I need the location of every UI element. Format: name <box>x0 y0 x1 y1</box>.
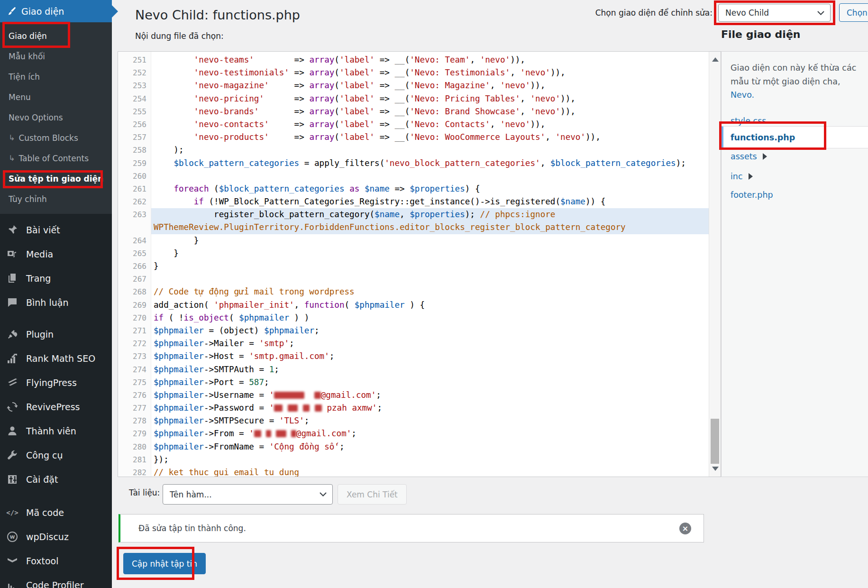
code-line[interactable]: 252 'nevo-testimonials' => array('label'… <box>118 66 721 79</box>
code-editor[interactable]: 251 'nevo-teams' => array('label' => __(… <box>118 51 721 477</box>
code-line[interactable]: 263 register_block_pattern_category($nam… <box>118 208 721 221</box>
sidebar-item-posts[interactable]: Bài viết <box>0 218 112 242</box>
sidebar-item-comments[interactable]: Bình luận <box>0 290 112 314</box>
dismiss-notice-icon[interactable]: × <box>679 523 691 534</box>
success-notice: Đã sửa tập tin thành công. × <box>119 514 704 542</box>
plugin-icon <box>6 328 18 340</box>
file-item-assets-folder[interactable]: assets <box>731 152 767 161</box>
wing-icon <box>6 377 18 389</box>
sidebar-item-pages[interactable]: Trang <box>0 266 112 290</box>
theme-select-label: Chọn giao diện để chỉnh sửa: <box>550 8 713 18</box>
code-line[interactable]: 264 } <box>118 234 721 247</box>
submenu-item-tuy-chinh[interactable]: Tùy chỉnh <box>0 189 112 209</box>
code-line[interactable]: 253 'nevo-magazine' => array('label' => … <box>118 79 721 92</box>
chart-arrow-icon <box>6 352 18 365</box>
code-line[interactable]: 254 'nevo-pricing' => array('label' => _… <box>118 92 721 105</box>
code-line[interactable]: 274$phpmailer->SMTPAuth = 1; <box>118 363 721 376</box>
code-line[interactable]: 279$phpmailer->From = ' @gmail.com'; <box>118 427 721 440</box>
wrench-icon <box>6 449 18 461</box>
code-line[interactable]: 260 <box>118 170 721 183</box>
code-line[interactable]: 255 'nevo-brands' => array('label' => __… <box>118 105 721 118</box>
code-line[interactable]: 275$phpmailer->Port = 587; <box>118 376 721 389</box>
scroll-up-icon[interactable] <box>712 57 719 62</box>
file-item-inc-folder[interactable]: inc <box>731 172 753 181</box>
submenu-item-mau-khoi[interactable]: Mẫu khối <box>0 46 112 66</box>
submenu-item-menu[interactable]: Menu <box>0 87 112 107</box>
code-line[interactable]: 271$phpmailer = (object) $phpmailer; <box>118 324 721 337</box>
redacted-text <box>274 392 304 399</box>
sidebar-item-plugins[interactable]: Plugin <box>0 322 112 346</box>
code-line[interactable]: 267 <box>118 273 721 285</box>
code-line[interactable]: 277$phpmailer->Password = ' pzah axmw'; <box>118 402 721 414</box>
redacted-text <box>254 430 261 437</box>
code-line[interactable]: 257 'nevo-products' => array('label' => … <box>118 131 721 144</box>
choose-theme-button[interactable]: Chọn <box>839 3 868 22</box>
admin-sidebar: Giao diện Giao diện Mẫu khối Tiện ích Me… <box>0 0 112 588</box>
sidebar-item-flyingpress[interactable]: FlyingPress <box>0 370 112 395</box>
code-line[interactable]: 268// Code tự động gửi mail trong wordpr… <box>118 285 721 298</box>
code-line[interactable]: 266} <box>118 260 721 273</box>
code-line[interactable]: 273$phpmailer->Host = 'smtp.gmail.com'; <box>118 350 721 363</box>
submenu-item-giao-dien[interactable]: Giao diện <box>0 26 112 46</box>
code-line[interactable]: 281}); <box>118 453 721 466</box>
code-line[interactable]: 276$phpmailer->Username = ' @gmail.com'; <box>118 389 721 402</box>
update-file-button[interactable]: Cập nhật tập tin <box>123 553 206 574</box>
code-icon: </> <box>6 506 18 519</box>
user-icon <box>6 425 18 437</box>
sidebar-item-users[interactable]: Thành viên <box>0 419 112 443</box>
code-line[interactable]: 251 'nevo-teams' => array('label' => __(… <box>118 54 721 66</box>
page-title: Nevo Child: functions.php <box>135 8 300 22</box>
file-item-functions-php-active[interactable]: functions.php <box>722 126 868 148</box>
code-line[interactable]: 265 } <box>118 247 721 260</box>
view-details-button[interactable]: Xem Chi Tiết <box>338 484 407 505</box>
parent-theme-link[interactable]: Nevo. <box>731 90 754 100</box>
code-line[interactable]: 259 $block_pattern_categories = apply_fi… <box>118 157 721 170</box>
sidebar-item-ma-code[interactable]: </>Mã code <box>0 500 112 524</box>
comment-icon <box>6 296 18 309</box>
sidebar-item-code-profiler[interactable]: Code Profiler <box>0 573 112 588</box>
scroll-down-icon[interactable] <box>712 467 719 471</box>
sidebar-item-wpdiscuz[interactable]: wwpDiscuz <box>0 524 112 549</box>
submenu-item-table-of-contents[interactable]: ↳Table of Contents <box>0 148 112 168</box>
code-line[interactable]: 261 foreach ($block_pattern_categories a… <box>118 183 721 195</box>
code-line[interactable]: 262 if (!WP_Block_Pattern_Categories_Reg… <box>118 195 721 208</box>
code-line[interactable]: 269add_action( 'phpmailer_init', functio… <box>118 299 721 312</box>
code-line[interactable]: 270if ( !is_object( $phpmailer ) ) <box>118 312 721 324</box>
file-item-footer-php[interactable]: footer.php <box>731 190 773 200</box>
code-line[interactable]: 278$phpmailer->SMTPSecure = 'TLS'; <box>118 414 721 427</box>
bars-icon <box>6 579 18 588</box>
docs-select[interactable]: Tên hàm... <box>163 484 333 505</box>
submenu-item-sua-tep-tin[interactable]: Sửa tệp tin giao diện <box>0 168 112 189</box>
code-line[interactable]: 258 ); <box>118 144 721 156</box>
sidebar-item-revivepress[interactable]: RevivePress <box>0 395 112 419</box>
child-theme-description: Giao diện con này kế thừa các mẫu từ một… <box>731 61 859 102</box>
folder-expand-icon <box>749 173 753 180</box>
code-line[interactable]: 280$phpmailer->FromName = 'Cộng đồng số'… <box>118 441 721 453</box>
sidebar-item-media[interactable]: Media <box>0 242 112 266</box>
submenu-item-custom-blocks[interactable]: ↳Custom Blocks <box>0 128 112 148</box>
code-line[interactable]: 282// ket thuc gui email tu dung <box>118 466 721 477</box>
files-panel-title: File giao diện <box>721 28 800 40</box>
sidebar-item-tools[interactable]: Công cụ <box>0 443 112 467</box>
code-line[interactable]: 272$phpmailer->Mailer = 'smtp'; <box>118 337 721 350</box>
docs-label: Tài liệu: <box>129 488 160 497</box>
submenu-item-nevo-options[interactable]: Nevo Options <box>0 107 112 128</box>
redacted-text <box>276 430 286 437</box>
appearance-submenu: Giao diện Mẫu khối Tiện ích Menu Nevo Op… <box>0 22 112 214</box>
code-line[interactable]: WPThemeReview.PluginTerritory.ForbiddenF… <box>118 221 721 234</box>
sidebar-item-appearance-active[interactable]: Giao diện <box>0 0 112 22</box>
file-item-style-css[interactable]: style.css <box>731 116 766 126</box>
redacted-text <box>266 430 271 437</box>
sidebar-item-foxtool[interactable]: Foxtool <box>0 549 112 573</box>
admin-menu: Bài viết Media Trang Bình luận Plugin Ra… <box>0 214 112 588</box>
refresh-icon <box>6 401 18 413</box>
redacted-text <box>291 430 296 437</box>
editor-scrollbar[interactable] <box>709 52 721 477</box>
redacted-text <box>274 404 283 412</box>
submenu-item-tien-ich[interactable]: Tiện ích <box>0 66 112 87</box>
code-line[interactable]: 256 'nevo-contacts' => array('label' => … <box>118 118 721 131</box>
theme-select[interactable]: Nevo Child <box>718 4 831 22</box>
sidebar-item-rank-math[interactable]: Rank Math SEO <box>0 346 112 370</box>
scrollbar-thumb[interactable] <box>711 419 719 464</box>
sidebar-item-settings[interactable]: Cài đặt <box>0 467 112 491</box>
